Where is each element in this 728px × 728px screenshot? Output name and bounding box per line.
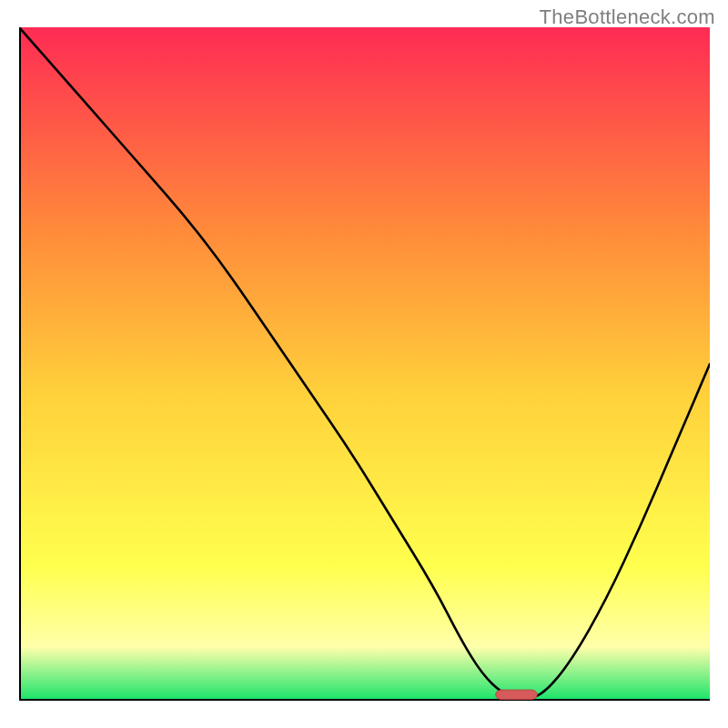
bottleneck-chart (19, 27, 710, 701)
chart-stage: TheBottleneck.com (0, 0, 728, 728)
optimal-marker (496, 690, 538, 699)
watermark-text: TheBottleneck.com (540, 5, 715, 29)
plot-area (19, 27, 710, 701)
